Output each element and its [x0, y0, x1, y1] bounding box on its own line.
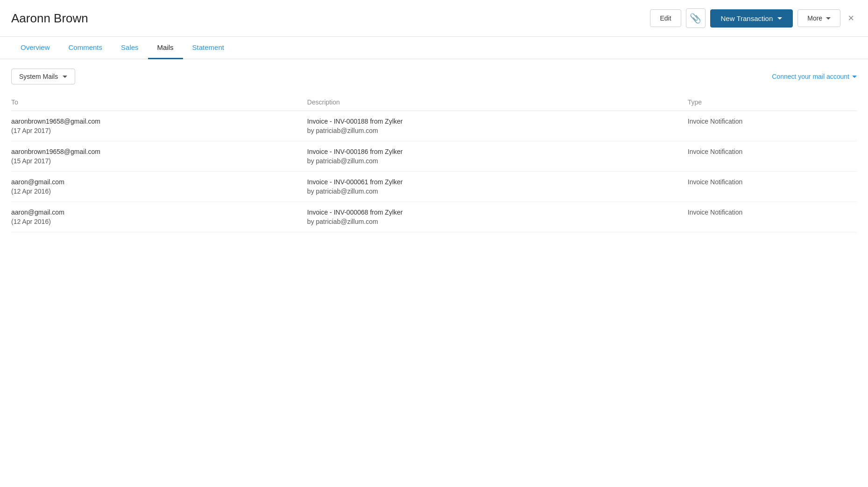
attachment-button[interactable]: 📎 [686, 8, 706, 28]
tab-statement[interactable]: Statement [183, 37, 233, 59]
description-by: by patriciab@zillum.com [307, 188, 688, 195]
type-cell: Invoice Notification [688, 202, 857, 232]
mails-table: To Description Type aaronbrown19658@gmai… [11, 94, 857, 232]
header-actions: Edit 📎 New Transaction More × [650, 8, 857, 28]
paperclip-icon: 📎 [690, 13, 701, 24]
new-transaction-label: New Transaction [721, 14, 773, 22]
chevron-down-icon [63, 76, 67, 78]
notification-type: Invoice Notification [688, 148, 743, 155]
type-cell: Invoice Notification [688, 111, 857, 141]
notification-type: Invoice Notification [688, 118, 743, 125]
content: System Mails Connect your mail account T… [0, 59, 868, 232]
email-date: (15 Apr 2017) [11, 157, 307, 165]
col-description: Description [307, 94, 688, 111]
new-transaction-button[interactable]: New Transaction [710, 9, 793, 28]
more-button[interactable]: More [797, 9, 840, 27]
description-main: Invoice - INV-000061 from Zylker [307, 178, 688, 186]
table-header-row: To Description Type [11, 94, 857, 111]
description-cell: Invoice - INV-000186 from Zylker by patr… [307, 141, 688, 172]
email-address: aaron@gmail.com [11, 209, 307, 216]
tab-sales[interactable]: Sales [112, 37, 148, 59]
email-date: (17 Apr 2017) [11, 127, 307, 134]
notification-type: Invoice Notification [688, 178, 743, 186]
table-row[interactable]: aaronbrown19658@gmail.com (15 Apr 2017) … [11, 141, 857, 172]
header: Aaronn Brown Edit 📎 New Transaction More… [0, 0, 868, 37]
description-cell: Invoice - INV-000188 from Zylker by patr… [307, 111, 688, 141]
connect-mail-link[interactable]: Connect your mail account [772, 73, 857, 80]
email-address: aaronbrown19658@gmail.com [11, 148, 307, 155]
description-main: Invoice - INV-000188 from Zylker [307, 118, 688, 125]
table-row[interactable]: aaron@gmail.com (12 Apr 2016) Invoice - … [11, 172, 857, 202]
description-cell: Invoice - INV-000061 from Zylker by patr… [307, 172, 688, 202]
chevron-down-icon [826, 17, 831, 20]
tab-comments[interactable]: Comments [59, 37, 112, 59]
email-date: (12 Apr 2016) [11, 218, 307, 225]
email-address: aaronbrown19658@gmail.com [11, 118, 307, 125]
to-cell: aaron@gmail.com (12 Apr 2016) [11, 172, 307, 202]
tabs: Overview Comments Sales Mails Statement [0, 37, 868, 59]
connect-mail-label: Connect your mail account [772, 73, 849, 80]
description-by: by patriciab@zillum.com [307, 127, 688, 134]
system-mails-label: System Mails [19, 73, 58, 80]
close-button[interactable]: × [845, 9, 857, 27]
description-main: Invoice - INV-000068 from Zylker [307, 209, 688, 216]
page-title: Aaronn Brown [11, 11, 644, 26]
description-cell: Invoice - INV-000068 from Zylker by patr… [307, 202, 688, 232]
more-label: More [807, 14, 822, 22]
to-cell: aaronbrown19658@gmail.com (15 Apr 2017) [11, 141, 307, 172]
chevron-down-icon [777, 17, 782, 20]
description-main: Invoice - INV-000186 from Zylker [307, 148, 688, 155]
type-cell: Invoice Notification [688, 141, 857, 172]
edit-button[interactable]: Edit [650, 9, 681, 27]
notification-type: Invoice Notification [688, 209, 743, 216]
email-address: aaron@gmail.com [11, 178, 307, 186]
type-cell: Invoice Notification [688, 172, 857, 202]
col-to: To [11, 94, 307, 111]
to-cell: aaron@gmail.com (12 Apr 2016) [11, 202, 307, 232]
col-type: Type [688, 94, 857, 111]
table-row[interactable]: aaron@gmail.com (12 Apr 2016) Invoice - … [11, 202, 857, 232]
system-mails-button[interactable]: System Mails [11, 69, 75, 84]
tab-mails[interactable]: Mails [148, 37, 183, 59]
tab-overview[interactable]: Overview [11, 37, 59, 59]
table-row[interactable]: aaronbrown19658@gmail.com (17 Apr 2017) … [11, 111, 857, 141]
chevron-down-icon [852, 76, 857, 78]
to-cell: aaronbrown19658@gmail.com (17 Apr 2017) [11, 111, 307, 141]
description-by: by patriciab@zillum.com [307, 157, 688, 165]
description-by: by patriciab@zillum.com [307, 218, 688, 225]
mails-toolbar: System Mails Connect your mail account [11, 69, 857, 84]
email-date: (12 Apr 2016) [11, 188, 307, 195]
